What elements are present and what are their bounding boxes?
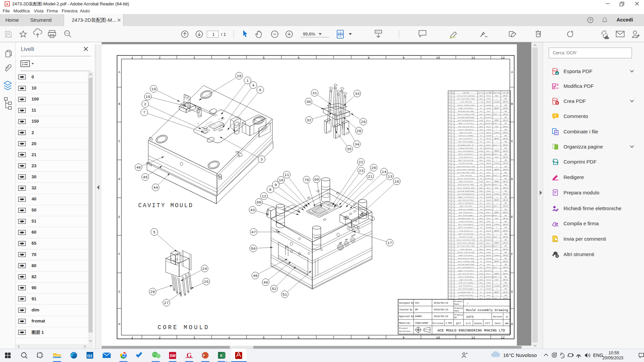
svg-text:Φ30X100: Φ30X100 <box>486 101 491 103</box>
svg-text:Φ20X85.5: Φ20X85.5 <box>486 144 491 146</box>
svg-text:42: 42 <box>449 172 450 173</box>
svg-text:3: 3 <box>452 258 453 259</box>
svg-text:CORE MOULD: CORE MOULD <box>158 324 210 331</box>
svg-text:Name: Name <box>454 303 459 305</box>
svg-text:12: 12 <box>449 264 450 265</box>
svg-text:Mould Base(LKM-2030): Mould Base(LKM-2030) <box>458 184 474 185</box>
svg-text:Version: Version <box>493 316 502 318</box>
svg-text:Φ25X160: Φ25X160 <box>486 292 491 293</box>
svg-text:16°C Nuvoloso: 16°C Nuvoloso <box>503 352 537 358</box>
svg-text:SKD11: SKD11 <box>479 144 483 146</box>
svg-text:HRC48° T.2: HRC48° T.2 <box>493 276 500 278</box>
svg-text:淬火HRC60: 淬火HRC60 <box>494 101 500 103</box>
svg-text:45X45X50.35: 45X45X50.35 <box>485 184 492 185</box>
svg-text:自制/加工: 自制/加工 <box>503 187 508 189</box>
svg-text:Sprue Bushing(Nozzle): Sprue Bushing(Nozzle) <box>458 193 474 195</box>
svg-text:4: 4 <box>452 157 453 158</box>
svg-text:P: P <box>203 354 205 358</box>
svg-text:Slide Unit Assembly: Slide Unit Assembly <box>458 135 474 136</box>
svg-text:28: 28 <box>357 129 361 133</box>
svg-text:自制/加工: 自制/加工 <box>503 126 508 127</box>
svg-text:H: H <box>118 322 120 326</box>
svg-text:HRC48° T.2: HRC48° T.2 <box>493 215 500 216</box>
svg-text:3: 3 <box>452 209 453 210</box>
svg-text:自制: 自制 <box>504 227 507 228</box>
svg-text:2: 2 <box>452 163 453 164</box>
svg-text:M8X25: M8X25 <box>487 295 490 296</box>
svg-text:S136: S136 <box>480 123 482 124</box>
svg-text:2: 2 <box>452 199 453 201</box>
svg-text:SKD11: SKD11 <box>479 205 483 207</box>
svg-text:Direction: Direction <box>399 330 411 333</box>
svg-text:自制: 自制 <box>504 233 507 235</box>
svg-text:Guide Pillar(Main): Guide Pillar(Main) <box>459 181 473 182</box>
svg-text:20: 20 <box>371 166 376 170</box>
svg-text:45#: 45# <box>480 138 482 139</box>
svg-text:Guide Pillar(Main): Guide Pillar(Main) <box>459 108 473 109</box>
svg-text:3: 3 <box>449 292 450 293</box>
svg-text:3: 3 <box>452 184 453 185</box>
svg-text:4: 4 <box>228 336 230 340</box>
svg-text:Ejector Pin(Push Rod): Ejector Pin(Push Rod) <box>458 252 474 253</box>
svg-text:7: 7 <box>332 336 334 340</box>
svg-text:发黑处理: 发黑处理 <box>494 212 499 213</box>
svg-text:45X45X50.35: 45X45X50.35 <box>485 276 492 278</box>
svg-text:2019/05/13: 2019/05/13 <box>434 302 448 304</box>
svg-text:P20: P20 <box>480 135 482 136</box>
svg-text:2: 2 <box>452 261 453 262</box>
svg-text:45#: 45# <box>480 108 482 109</box>
svg-text:自制: 自制 <box>504 147 507 149</box>
svg-text:NAK80: NAK80 <box>479 126 483 127</box>
svg-text:4: 4 <box>452 230 453 232</box>
svg-text:发黑处理: 发黑处理 <box>494 150 499 152</box>
svg-text:Φ8X125: Φ8X125 <box>486 218 490 219</box>
svg-text:7: 7 <box>143 110 146 115</box>
svg-text:自制: 自制 <box>504 245 507 247</box>
svg-text:淬火HRC60: 淬火HRC60 <box>494 132 500 133</box>
svg-text:22: 22 <box>359 160 363 164</box>
svg-text:HRC52: HRC52 <box>495 157 498 158</box>
svg-text:30X20X15.5: 30X20X15.5 <box>485 209 492 210</box>
svg-text:15: 15 <box>146 95 150 99</box>
svg-text:T8A: T8A <box>480 147 482 149</box>
svg-text:46: 46 <box>449 160 450 161</box>
svg-text:Mould Base(LKM-2030): Mould Base(LKM-2030) <box>458 258 474 259</box>
svg-text:Core Insert(Move Side): Core Insert(Move Side) <box>457 172 475 173</box>
svg-text:PA66+30%GF: PA66+30%GF <box>415 322 429 324</box>
svg-text:发黑处理: 发黑处理 <box>494 181 499 182</box>
svg-text:NAK80: NAK80 <box>479 187 483 189</box>
svg-text:Stop Pin(Trash Bolt): Stop Pin(Trash Bolt) <box>458 273 474 275</box>
svg-text:36: 36 <box>449 190 450 192</box>
svg-text:SUJ2: SUJ2 <box>480 202 482 204</box>
svg-text:4: 4 <box>452 292 453 293</box>
svg-text:自制: 自制 <box>504 184 507 185</box>
svg-text:45#: 45# <box>480 199 482 201</box>
svg-text:3: 3 <box>452 111 453 112</box>
svg-text:自制/加工: 自制/加工 <box>503 212 508 213</box>
svg-text:4: 4 <box>252 83 255 87</box>
svg-text:Φ8X125: Φ8X125 <box>486 157 490 158</box>
svg-text:DM: DM <box>415 308 418 311</box>
svg-text:2: 2 <box>452 249 453 250</box>
svg-text:PDF: PDF <box>553 161 558 164</box>
svg-text:SUS304: SUS304 <box>479 242 483 244</box>
svg-text:Φ16X2.4: Φ16X2.4 <box>486 120 491 121</box>
svg-text:N: N <box>496 258 497 259</box>
svg-text:13: 13 <box>388 174 392 179</box>
svg-text:59: 59 <box>449 120 450 121</box>
svg-text:Spring(Rectangle TF): Spring(Rectangle TF) <box>458 218 474 219</box>
svg-text:Φ30X100: Φ30X100 <box>486 163 491 164</box>
svg-text:Screw M8X25(12.9): Screw M8X25(12.9) <box>459 230 473 232</box>
svg-text:G: G <box>118 290 120 294</box>
svg-text:Angle Pin(Slide): Angle Pin(Slide) <box>460 279 472 281</box>
svg-text:自制/加工: 自制/加工 <box>503 163 508 164</box>
svg-text:自制/加工: 自制/加工 <box>503 150 508 152</box>
svg-text:CHJ: CHJ <box>415 302 419 304</box>
svg-text:33: 33 <box>449 199 450 201</box>
svg-text:HRC52: HRC52 <box>495 218 498 219</box>
svg-text:1: 1 <box>452 239 453 241</box>
svg-text:21: 21 <box>368 174 373 179</box>
svg-text:Limit Block(Stopper): Limit Block(Stopper) <box>458 215 474 216</box>
svg-text:1.2344: 1.2344 <box>479 193 483 195</box>
svg-text:3: 3 <box>452 98 453 100</box>
